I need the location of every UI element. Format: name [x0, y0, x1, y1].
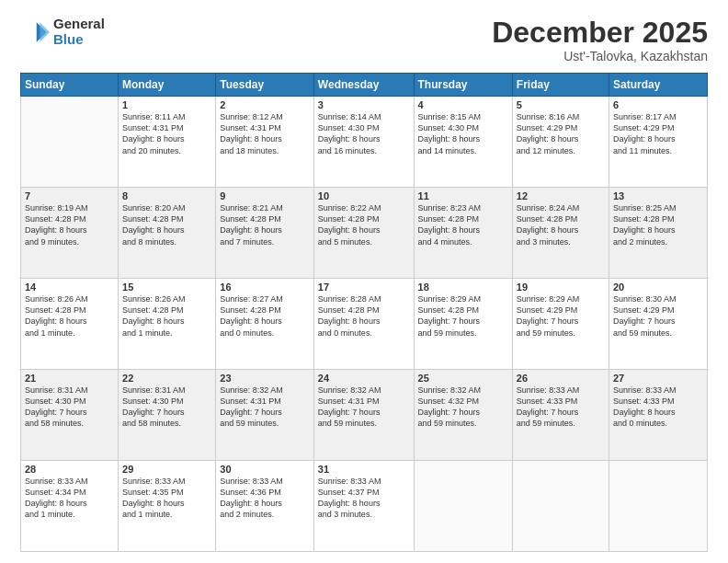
day-info: Sunrise: 8:33 AM Sunset: 4:34 PM Dayligh… — [25, 476, 114, 521]
day-number: 29 — [122, 464, 211, 475]
day-info: Sunrise: 8:33 AM Sunset: 4:37 PM Dayligh… — [318, 476, 410, 521]
day-info: Sunrise: 8:33 AM Sunset: 4:33 PM Dayligh… — [517, 385, 605, 430]
weekday-header-wednesday: Wednesday — [313, 74, 414, 97]
calendar-cell: 25Sunrise: 8:32 AM Sunset: 4:32 PM Dayli… — [414, 370, 512, 461]
calendar-cell — [512, 461, 609, 552]
day-info: Sunrise: 8:17 AM Sunset: 4:29 PM Dayligh… — [613, 111, 703, 156]
day-number: 3 — [318, 99, 410, 110]
day-info: Sunrise: 8:25 AM Sunset: 4:28 PM Dayligh… — [613, 202, 703, 247]
calendar-cell: 26Sunrise: 8:33 AM Sunset: 4:33 PM Dayli… — [512, 370, 609, 461]
day-info: Sunrise: 8:23 AM Sunset: 4:28 PM Dayligh… — [418, 202, 508, 247]
calendar-cell: 14Sunrise: 8:26 AM Sunset: 4:28 PM Dayli… — [21, 279, 119, 370]
day-number: 6 — [613, 99, 703, 110]
calendar-cell: 2Sunrise: 8:12 AM Sunset: 4:31 PM Daylig… — [216, 97, 314, 188]
calendar-cell: 13Sunrise: 8:25 AM Sunset: 4:28 PM Dayli… — [609, 188, 708, 279]
day-number: 11 — [418, 190, 508, 201]
day-info: Sunrise: 8:14 AM Sunset: 4:30 PM Dayligh… — [318, 111, 410, 156]
day-info: Sunrise: 8:19 AM Sunset: 4:28 PM Dayligh… — [25, 202, 114, 247]
day-info: Sunrise: 8:32 AM Sunset: 4:32 PM Dayligh… — [418, 385, 508, 430]
day-number: 31 — [318, 464, 410, 475]
day-number: 9 — [220, 190, 310, 201]
day-number: 19 — [517, 282, 605, 293]
top-section: General Blue December 2025 Ust'-Talovka,… — [20, 17, 708, 63]
calendar-cell: 5Sunrise: 8:16 AM Sunset: 4:29 PM Daylig… — [512, 97, 609, 188]
main-title: December 2025 — [492, 17, 708, 49]
day-info: Sunrise: 8:33 AM Sunset: 4:35 PM Dayligh… — [122, 476, 211, 521]
page: General Blue December 2025 Ust'-Talovka,… — [0, 0, 728, 563]
calendar-cell: 20Sunrise: 8:30 AM Sunset: 4:29 PM Dayli… — [609, 279, 708, 370]
calendar-cell: 4Sunrise: 8:15 AM Sunset: 4:30 PM Daylig… — [414, 97, 512, 188]
day-info: Sunrise: 8:26 AM Sunset: 4:28 PM Dayligh… — [25, 293, 114, 339]
day-info: Sunrise: 8:21 AM Sunset: 4:28 PM Dayligh… — [220, 202, 310, 247]
day-info: Sunrise: 8:11 AM Sunset: 4:31 PM Dayligh… — [122, 111, 211, 156]
calendar-cell: 3Sunrise: 8:14 AM Sunset: 4:30 PM Daylig… — [313, 97, 414, 188]
weekday-header-saturday: Saturday — [609, 74, 708, 97]
calendar-week-row: 1Sunrise: 8:11 AM Sunset: 4:31 PM Daylig… — [21, 97, 708, 188]
day-info: Sunrise: 8:22 AM Sunset: 4:28 PM Dayligh… — [318, 202, 410, 247]
day-number: 22 — [122, 373, 211, 384]
day-info: Sunrise: 8:16 AM Sunset: 4:29 PM Dayligh… — [517, 111, 605, 156]
day-number: 21 — [25, 373, 114, 384]
day-number: 30 — [220, 464, 310, 475]
calendar-cell: 24Sunrise: 8:32 AM Sunset: 4:31 PM Dayli… — [313, 370, 414, 461]
calendar-cell: 23Sunrise: 8:32 AM Sunset: 4:31 PM Dayli… — [216, 370, 314, 461]
calendar-week-row: 14Sunrise: 8:26 AM Sunset: 4:28 PM Dayli… — [21, 279, 708, 370]
logo-blue-text: Blue — [53, 32, 105, 48]
day-info: Sunrise: 8:33 AM Sunset: 4:33 PM Dayligh… — [613, 385, 703, 430]
calendar-cell — [21, 97, 119, 188]
day-number: 24 — [318, 373, 410, 384]
calendar-cell: 19Sunrise: 8:29 AM Sunset: 4:29 PM Dayli… — [512, 279, 609, 370]
calendar-cell: 9Sunrise: 8:21 AM Sunset: 4:28 PM Daylig… — [216, 188, 314, 279]
day-number: 26 — [517, 373, 605, 384]
calendar-cell: 30Sunrise: 8:33 AM Sunset: 4:36 PM Dayli… — [216, 461, 314, 552]
logo: General Blue — [20, 17, 105, 47]
calendar-cell: 7Sunrise: 8:19 AM Sunset: 4:28 PM Daylig… — [21, 188, 119, 279]
day-info: Sunrise: 8:29 AM Sunset: 4:28 PM Dayligh… — [418, 293, 508, 339]
day-info: Sunrise: 8:29 AM Sunset: 4:29 PM Dayligh… — [517, 293, 605, 339]
day-number: 7 — [25, 190, 114, 201]
calendar-week-row: 7Sunrise: 8:19 AM Sunset: 4:28 PM Daylig… — [21, 188, 708, 279]
calendar-cell: 11Sunrise: 8:23 AM Sunset: 4:28 PM Dayli… — [414, 188, 512, 279]
day-number: 23 — [220, 373, 310, 384]
day-info: Sunrise: 8:12 AM Sunset: 4:31 PM Dayligh… — [220, 111, 310, 156]
subtitle: Ust'-Talovka, Kazakhstan — [492, 49, 708, 63]
day-number: 20 — [613, 282, 703, 293]
day-info: Sunrise: 8:28 AM Sunset: 4:28 PM Dayligh… — [318, 293, 410, 339]
day-number: 14 — [25, 282, 114, 293]
day-info: Sunrise: 8:31 AM Sunset: 4:30 PM Dayligh… — [25, 385, 114, 430]
calendar-cell: 18Sunrise: 8:29 AM Sunset: 4:28 PM Dayli… — [414, 279, 512, 370]
day-number: 28 — [25, 464, 114, 475]
weekday-header-thursday: Thursday — [414, 74, 512, 97]
day-number: 16 — [220, 282, 310, 293]
calendar-cell — [609, 461, 708, 552]
day-number: 25 — [418, 373, 508, 384]
day-number: 8 — [122, 190, 211, 201]
calendar-cell: 29Sunrise: 8:33 AM Sunset: 4:35 PM Dayli… — [119, 461, 216, 552]
calendar-cell: 12Sunrise: 8:24 AM Sunset: 4:28 PM Dayli… — [512, 188, 609, 279]
calendar-cell: 10Sunrise: 8:22 AM Sunset: 4:28 PM Dayli… — [313, 188, 414, 279]
day-info: Sunrise: 8:27 AM Sunset: 4:28 PM Dayligh… — [220, 293, 310, 339]
day-number: 18 — [418, 282, 508, 293]
day-number: 15 — [122, 282, 211, 293]
day-number: 5 — [517, 99, 605, 110]
calendar-cell — [414, 461, 512, 552]
day-number: 12 — [517, 190, 605, 201]
calendar-cell: 21Sunrise: 8:31 AM Sunset: 4:30 PM Dayli… — [21, 370, 119, 461]
day-number: 2 — [220, 99, 310, 110]
title-section: December 2025 Ust'-Talovka, Kazakhstan — [492, 17, 708, 63]
calendar-cell: 17Sunrise: 8:28 AM Sunset: 4:28 PM Dayli… — [313, 279, 414, 370]
calendar-cell: 31Sunrise: 8:33 AM Sunset: 4:37 PM Dayli… — [313, 461, 414, 552]
calendar-cell: 22Sunrise: 8:31 AM Sunset: 4:30 PM Dayli… — [119, 370, 216, 461]
svg-marker-1 — [40, 22, 50, 41]
day-number: 17 — [318, 282, 410, 293]
calendar-cell: 6Sunrise: 8:17 AM Sunset: 4:29 PM Daylig… — [609, 97, 708, 188]
day-number: 27 — [613, 373, 703, 384]
calendar-cell: 8Sunrise: 8:20 AM Sunset: 4:28 PM Daylig… — [119, 188, 216, 279]
weekday-header-tuesday: Tuesday — [216, 74, 314, 97]
calendar-table: SundayMondayTuesdayWednesdayThursdayFrid… — [20, 73, 708, 552]
calendar-week-row: 21Sunrise: 8:31 AM Sunset: 4:30 PM Dayli… — [21, 370, 708, 461]
calendar-cell: 16Sunrise: 8:27 AM Sunset: 4:28 PM Dayli… — [216, 279, 314, 370]
day-info: Sunrise: 8:24 AM Sunset: 4:28 PM Dayligh… — [517, 202, 605, 247]
calendar-cell: 27Sunrise: 8:33 AM Sunset: 4:33 PM Dayli… — [609, 370, 708, 461]
calendar-cell: 1Sunrise: 8:11 AM Sunset: 4:31 PM Daylig… — [119, 97, 216, 188]
